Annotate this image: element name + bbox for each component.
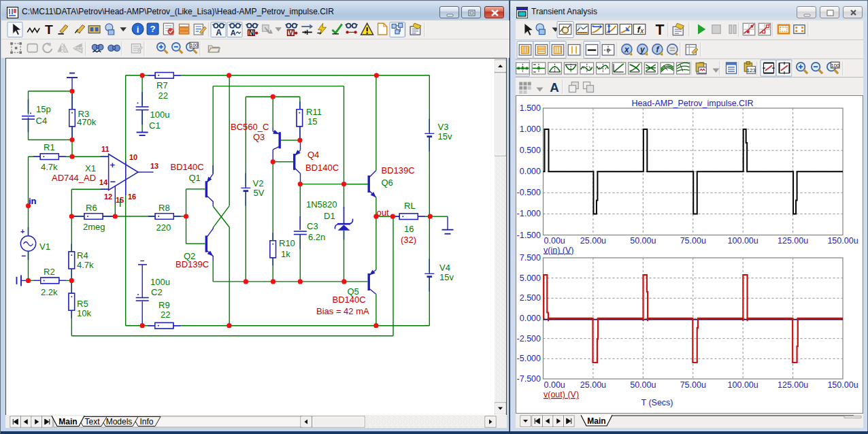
svg-text:Info: Info <box>139 417 153 427</box>
svg-text:R1: R1 <box>44 142 55 152</box>
svg-text:4.7k: 4.7k <box>41 162 58 172</box>
svg-text:v(out) (V): v(out) (V) <box>544 390 579 399</box>
svg-text:i: i <box>137 24 139 35</box>
svg-text:R9: R9 <box>158 300 170 310</box>
svg-text:2.2k: 2.2k <box>41 286 58 297</box>
svg-text:A: A <box>550 80 559 95</box>
svg-text:12: 12 <box>104 193 112 201</box>
svg-text:5.000: 5.000 <box>520 273 541 283</box>
svg-text:?: ? <box>150 24 156 34</box>
svg-text:13: 13 <box>150 161 158 169</box>
svg-text:A: A <box>216 28 222 37</box>
svg-text:-2.500: -2.500 <box>517 334 541 344</box>
svg-text:1k: 1k <box>281 249 290 259</box>
svg-text:in: in <box>29 196 37 206</box>
svg-text:100u: 100u <box>150 110 169 120</box>
svg-text:2.500: 2.500 <box>520 293 541 303</box>
svg-text:R8: R8 <box>158 203 170 213</box>
svg-text:BD139C: BD139C <box>176 258 209 269</box>
svg-text:AD744_AD: AD744_AD <box>52 173 96 183</box>
svg-text:(32): (32) <box>401 234 416 244</box>
svg-text:R11: R11 <box>306 107 322 117</box>
svg-text:100: 100 <box>190 42 198 48</box>
svg-text:R5: R5 <box>77 299 88 309</box>
svg-text:1N5820: 1N5820 <box>306 199 337 210</box>
svg-text:10k: 10k <box>77 308 91 318</box>
svg-text:Main: Main <box>587 416 605 426</box>
svg-text:5V: 5V <box>253 188 264 198</box>
svg-text:0.000: 0.000 <box>520 167 541 176</box>
svg-text:C4: C4 <box>35 116 47 126</box>
svg-text:-1.500: -1.500 <box>517 231 541 240</box>
svg-text:V1: V1 <box>39 241 50 252</box>
svg-text:BD140C: BD140C <box>332 295 365 305</box>
svg-text:R2: R2 <box>44 266 55 276</box>
svg-text:4.7k: 4.7k <box>77 259 94 269</box>
svg-text:Head-AMP_Petrov_impulse.CIR: Head-AMP_Petrov_impulse.CIR <box>631 99 753 108</box>
svg-text:15: 15 <box>116 196 124 204</box>
svg-text:R6: R6 <box>86 203 97 213</box>
svg-text:100.00u: 100.00u <box>728 236 758 246</box>
svg-text:V2: V2 <box>252 178 263 188</box>
svg-text:2meg: 2meg <box>83 222 105 232</box>
svg-text:out: out <box>376 207 388 217</box>
svg-text:−: − <box>21 251 26 261</box>
svg-text:0.000: 0.000 <box>520 314 541 323</box>
svg-text:N: N <box>249 29 254 37</box>
svg-text:0.00u: 0.00u <box>544 380 565 390</box>
svg-text:Models: Models <box>106 417 133 427</box>
svg-text:−: − <box>110 176 115 186</box>
svg-text:T (Secs): T (Secs) <box>641 398 673 407</box>
svg-text:BD140C: BD140C <box>305 162 339 172</box>
svg-text:15p: 15p <box>36 103 51 114</box>
svg-text:22: 22 <box>161 310 170 320</box>
svg-text:150.00u: 150.00u <box>827 380 858 390</box>
svg-text:C2: C2 <box>151 287 163 297</box>
svg-text:75.00u: 75.00u <box>680 236 706 246</box>
svg-text:100u: 100u <box>150 277 170 287</box>
svg-text:75.00u: 75.00u <box>680 380 706 390</box>
svg-text:-5.000: -5.000 <box>517 354 541 363</box>
svg-text:X1: X1 <box>85 163 96 173</box>
svg-text:125.00u: 125.00u <box>778 380 808 390</box>
svg-text:10: 10 <box>129 152 137 161</box>
svg-text:V3: V3 <box>437 121 448 131</box>
svg-text:0.00u: 0.00u <box>544 236 565 246</box>
svg-text:Q1: Q1 <box>188 172 200 182</box>
svg-text:R10: R10 <box>279 237 295 248</box>
svg-text:100.00u: 100.00u <box>728 380 758 390</box>
svg-text:C3: C3 <box>307 221 318 231</box>
svg-text:-1.000: -1.000 <box>517 209 541 218</box>
svg-text:6.2n: 6.2n <box>308 232 325 242</box>
svg-text:V: V <box>288 29 293 37</box>
svg-text:7.500: 7.500 <box>520 253 541 263</box>
svg-text:-0.500: -0.500 <box>517 188 541 197</box>
svg-text:15v: 15v <box>439 272 454 282</box>
svg-text:T: T <box>656 22 665 38</box>
svg-text:11: 11 <box>101 144 110 152</box>
svg-text:Q3: Q3 <box>253 132 265 142</box>
svg-text:T: T <box>45 22 53 37</box>
svg-text:BD140C: BD140C <box>170 162 203 172</box>
svg-text:15v: 15v <box>437 131 452 141</box>
svg-text:+: + <box>110 160 115 170</box>
svg-text:Q4: Q4 <box>307 149 319 159</box>
svg-text:25.00u: 25.00u <box>580 236 606 246</box>
svg-text:A: A <box>231 29 236 37</box>
svg-text:Main: Main <box>59 417 77 427</box>
svg-text:1.000: 1.000 <box>520 124 541 134</box>
svg-text:22: 22 <box>158 90 167 101</box>
svg-text:-7.500: -7.500 <box>517 374 541 384</box>
svg-text:Q6: Q6 <box>381 177 393 187</box>
svg-text:+: + <box>20 227 24 235</box>
svg-text:x: x <box>639 27 644 35</box>
svg-text:25.00u: 25.00u <box>580 380 606 390</box>
svg-text:V4: V4 <box>439 262 450 272</box>
svg-text:16: 16 <box>404 223 414 233</box>
svg-text:14: 14 <box>99 178 108 186</box>
svg-text:v(in) (V): v(in) (V) <box>544 246 573 255</box>
svg-text:15: 15 <box>307 116 317 127</box>
svg-text:x: x <box>624 45 629 54</box>
svg-text:RL: RL <box>404 201 416 211</box>
svg-text:R7: R7 <box>156 80 168 90</box>
